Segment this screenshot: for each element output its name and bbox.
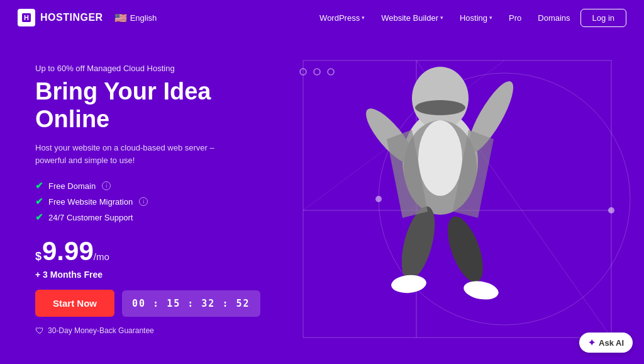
nav-wordpress-label: WordPress: [319, 13, 360, 23]
navbar-right: WordPress ▾ Website Builder ▾ Hosting ▾ …: [313, 9, 626, 27]
chevron-down-icon: ▾: [362, 14, 365, 21]
chevron-down-icon: ▾: [489, 14, 492, 21]
ask-ai-label: Ask AI: [599, 338, 624, 348]
features-list: ✔ Free Domain i ✔ Free Website Migration…: [35, 180, 264, 223]
feature-free-domain-label: Free Domain: [48, 181, 96, 191]
navbar-left: H HOSTINGER 🇺🇸 English: [18, 9, 157, 26]
price-dollar: $: [35, 250, 42, 263]
info-icon[interactable]: i: [102, 181, 111, 190]
nav-domains-label: Domains: [538, 13, 570, 23]
cta-row: Start Now 00 : 15 : 32 : 52: [35, 290, 264, 317]
promo-text: Up to 60% off Managed Cloud Hosting: [35, 64, 264, 73]
nav-hosting[interactable]: Hosting ▾: [453, 9, 499, 26]
hero-person-image: [289, 35, 591, 363]
svg-point-10: [608, 207, 614, 213]
price-amount: 9.99: [42, 238, 94, 264]
check-icon: ✔: [35, 180, 43, 191]
flag-icon: 🇺🇸: [114, 12, 127, 24]
navbar: H HOSTINGER 🇺🇸 English WordPress ▾ Websi…: [0, 0, 644, 35]
language-selector[interactable]: 🇺🇸 English: [114, 12, 157, 24]
check-icon: ✔: [35, 196, 43, 207]
countdown-timer: 00 : 15 : 32 : 52: [122, 290, 260, 317]
language-label: English: [130, 13, 157, 23]
login-button[interactable]: Log in: [580, 9, 626, 27]
feature-free-migration: ✔ Free Website Migration i: [35, 196, 264, 207]
hero-right: [264, 35, 644, 364]
nav-domains[interactable]: Domains: [531, 9, 576, 26]
nav-hosting-label: Hosting: [460, 13, 487, 23]
feature-free-domain: ✔ Free Domain i: [35, 180, 264, 191]
ask-ai-button[interactable]: ✦ Ask AI: [579, 333, 633, 353]
svg-point-15: [415, 100, 465, 115]
feature-support: ✔ 24/7 Customer Support: [35, 212, 264, 223]
info-icon[interactable]: i: [139, 197, 148, 206]
svg-point-23: [462, 278, 500, 302]
price-bonus: + 3 Months Free: [35, 270, 264, 280]
logo-icon: H: [18, 9, 35, 26]
brand-name: HOSTINGER: [40, 12, 103, 23]
nav-website-builder[interactable]: Website Builder ▾: [375, 9, 450, 26]
feature-free-migration-label: Free Website Migration: [48, 197, 133, 207]
hero-title: Bring Your Idea Online: [35, 78, 264, 133]
nav-pro[interactable]: Pro: [502, 9, 528, 26]
hero-subtitle: Host your website on a cloud-based web s…: [35, 142, 224, 166]
feature-support-label: 24/7 Customer Support: [48, 213, 133, 222]
price-period: /mo: [94, 251, 109, 262]
svg-text:H: H: [24, 14, 29, 21]
start-now-button[interactable]: Start Now: [35, 290, 114, 317]
check-icon: ✔: [35, 212, 43, 223]
guarantee-label: 30-Day Money-Back Guarantee: [48, 326, 154, 335]
chevron-down-icon: ▾: [440, 14, 443, 21]
svg-point-21: [441, 212, 491, 287]
ai-star-icon: ✦: [588, 338, 596, 348]
price-row: $ 9.99 /mo: [35, 238, 264, 264]
svg-point-22: [391, 274, 427, 295]
nav-pro-label: Pro: [509, 13, 521, 23]
svg-point-19: [418, 120, 462, 196]
nav-wordpress[interactable]: WordPress ▾: [313, 9, 371, 26]
pricing: $ 9.99 /mo: [35, 238, 264, 264]
shield-icon: 🛡: [35, 326, 44, 336]
hero-left: Up to 60% off Managed Cloud Hosting Brin…: [0, 35, 264, 364]
guarantee: 🛡 30-Day Money-Back Guarantee: [35, 326, 264, 336]
hero-section: Up to 60% off Managed Cloud Hosting Brin…: [0, 35, 644, 364]
logo[interactable]: H HOSTINGER: [18, 9, 103, 26]
nav-website-builder-label: Website Builder: [381, 13, 438, 23]
